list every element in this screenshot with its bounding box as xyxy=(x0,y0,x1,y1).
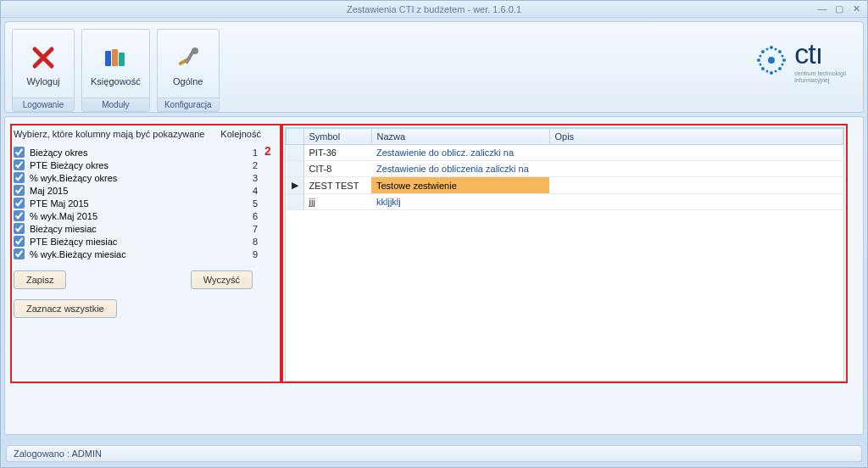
logo-icon xyxy=(754,42,789,80)
table-row[interactable]: CIT-8Zestawienie do obliczenia zaliczki … xyxy=(287,161,843,177)
cell-name: kkljjklj xyxy=(371,194,549,210)
ribbon: Wyloguj Logowanie Księgowość Moduły xyxy=(4,21,864,113)
column-checkbox-row: % wyk.Maj 20156 xyxy=(14,209,276,222)
svg-point-17 xyxy=(766,70,769,72)
row-selector xyxy=(287,194,304,210)
column-checkbox[interactable] xyxy=(14,147,25,158)
logo-text: ctı xyxy=(794,37,846,70)
column-order: 1 xyxy=(253,148,276,158)
svg-point-8 xyxy=(770,71,773,75)
column-label: % wyk.Bieżący miesiac xyxy=(30,249,126,259)
column-order: 2 xyxy=(253,160,276,170)
cell-name: Zestawienie do oblicz. zaliczki na xyxy=(371,145,549,161)
col-name[interactable]: Nazwa xyxy=(371,129,549,145)
table-row[interactable]: jjjkkljjklj xyxy=(287,194,843,210)
column-order: 5 xyxy=(253,198,276,209)
svg-point-13 xyxy=(778,50,782,53)
logo: ctı centrum technologii informacyjnej xyxy=(754,37,846,85)
svg-point-10 xyxy=(782,58,786,62)
column-order: 7 xyxy=(253,224,276,234)
column-order: 3 xyxy=(253,173,276,183)
ribbon-group-label-config: Konfiguracja xyxy=(158,98,219,111)
row-selector xyxy=(287,161,304,177)
column-label: % wyk.Bieżący okres xyxy=(30,173,117,183)
ribbon-group-label-logging: Logowanie xyxy=(13,98,74,111)
cell-desc xyxy=(549,145,843,161)
ribbon-group-modules: Księgowość Moduły xyxy=(81,29,150,112)
svg-point-6 xyxy=(768,57,775,64)
svg-point-14 xyxy=(761,67,765,70)
svg-point-11 xyxy=(761,50,765,53)
ribbon-group-label-modules: Moduły xyxy=(82,98,149,111)
titlebar: Zestawienia CTI z budżetem - wer. 1.6.0.… xyxy=(1,1,867,18)
svg-point-16 xyxy=(775,47,777,50)
app-window: Zestawienia CTI z budżetem - wer. 1.6.0.… xyxy=(0,0,868,468)
col-symbol[interactable]: Symbol xyxy=(303,129,371,145)
content-area: 2 1 Wybierz, które kolumny mają być poka… xyxy=(4,116,864,435)
table-row[interactable]: PIT-36Zestawienie do oblicz. zaliczki na xyxy=(287,145,843,161)
column-checkbox-row: Bieżący okres1 xyxy=(14,146,276,159)
column-label: Bieżący okres xyxy=(30,148,87,158)
column-label: PTE Bieżący okres xyxy=(30,160,108,170)
statusbar: Zalogowano : ADMIN xyxy=(6,445,862,462)
column-label: Maj 2015 xyxy=(30,186,68,196)
svg-point-21 xyxy=(782,54,784,57)
column-label: PTE Bieżący miesiac xyxy=(30,237,117,247)
column-label: Bieżący miesiac xyxy=(30,224,97,234)
column-order: 4 xyxy=(253,186,276,196)
column-checkbox[interactable] xyxy=(14,236,25,247)
logo-sub2: informacyjnej xyxy=(794,77,846,84)
svg-point-19 xyxy=(760,54,762,57)
tools-icon xyxy=(175,44,202,73)
svg-rect-1 xyxy=(112,49,118,66)
cell-symbol: PIT-36 xyxy=(303,145,371,161)
accounting-button[interactable]: Księgowość xyxy=(82,30,149,98)
columns-header-label: Wybierz, które kolumny mają być pokazywa… xyxy=(14,129,205,139)
cell-desc xyxy=(549,177,843,194)
general-button[interactable]: Ogólne xyxy=(158,30,219,98)
column-order: 9 xyxy=(253,249,276,259)
window-controls: — ▢ ✕ xyxy=(816,3,862,14)
cell-symbol: CIT-8 xyxy=(303,161,371,177)
svg-rect-0 xyxy=(105,51,111,66)
minimize-icon[interactable]: — xyxy=(816,3,828,14)
column-checkbox[interactable] xyxy=(14,159,25,170)
cell-desc xyxy=(549,161,843,177)
clear-button[interactable]: Wyczyść xyxy=(191,270,253,289)
close-icon[interactable]: ✕ xyxy=(850,3,862,14)
cell-symbol: jjj xyxy=(303,194,371,210)
ribbon-group-config: Ogólne Konfiguracja xyxy=(157,29,220,112)
svg-point-12 xyxy=(778,67,782,70)
column-order: 8 xyxy=(253,237,276,247)
svg-point-20 xyxy=(760,63,762,65)
window-title: Zestawienia CTI z budżetem - wer. 1.6.0.… xyxy=(347,4,521,14)
ribbon-group-logging: Wyloguj Logowanie xyxy=(12,29,75,112)
status-text: Zalogowano : ADMIN xyxy=(14,448,102,459)
definitions-grid[interactable]: Symbol Nazwa Opis PIT-36Zestawienie do o… xyxy=(286,128,843,210)
column-checkbox[interactable] xyxy=(14,223,25,234)
columns-panel: Wybierz, które kolumny mają być pokazywa… xyxy=(14,129,276,318)
col-desc[interactable]: Opis xyxy=(549,129,843,145)
svg-point-7 xyxy=(770,46,773,49)
cell-name: Zestawienie do obliczenia zaliczki na xyxy=(371,161,549,177)
general-label: Ogólne xyxy=(173,76,203,86)
column-checkbox[interactable] xyxy=(14,172,25,183)
column-checkbox[interactable] xyxy=(14,198,25,209)
maximize-icon[interactable]: ▢ xyxy=(833,3,845,14)
checkbox-list: Bieżący okres1PTE Bieżący okres2% wyk.Bi… xyxy=(14,146,276,260)
grid-container: Symbol Nazwa Opis PIT-36Zestawienie do o… xyxy=(285,127,844,382)
cell-desc xyxy=(549,194,843,210)
table-row[interactable]: ▶ZEST TESTTestowe zestwienie xyxy=(287,177,843,194)
column-checkbox[interactable] xyxy=(14,185,25,196)
save-button[interactable]: Zapisz xyxy=(14,270,66,289)
svg-point-9 xyxy=(757,58,760,62)
column-checkbox-row: Bieżący miesiac7 xyxy=(14,222,276,235)
column-checkbox[interactable] xyxy=(14,248,25,259)
select-all-button[interactable]: Zaznacz wszystkie xyxy=(14,299,117,318)
logout-button[interactable]: Wyloguj xyxy=(13,30,74,98)
cell-symbol: ZEST TEST xyxy=(303,177,371,194)
column-checkbox-row: Maj 20154 xyxy=(14,184,276,197)
svg-rect-2 xyxy=(119,53,125,66)
column-checkbox-row: % wyk.Bieżący miesiac9 xyxy=(14,248,276,260)
column-checkbox[interactable] xyxy=(14,210,25,221)
